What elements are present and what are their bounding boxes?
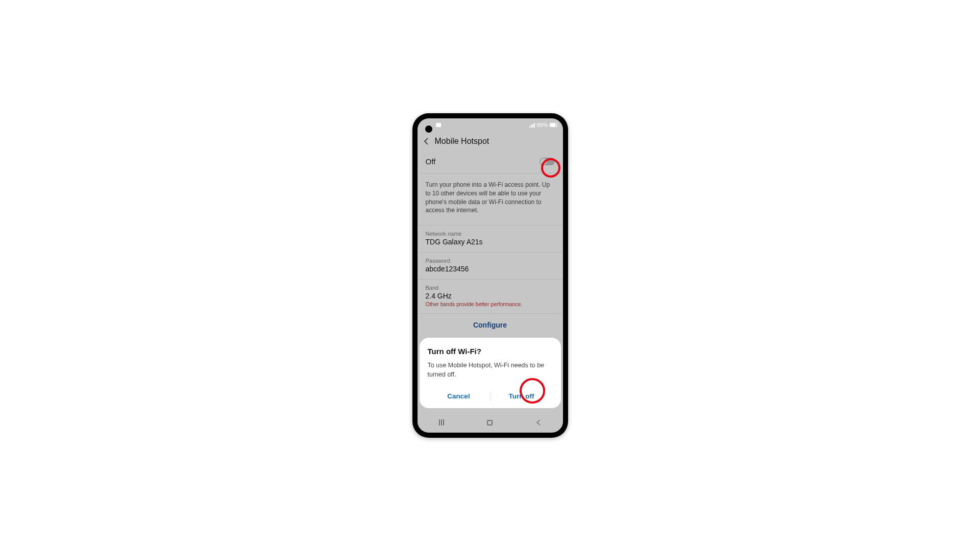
status-bar: 88% <box>418 118 563 132</box>
nav-recents-icon[interactable] <box>439 419 444 425</box>
band-warning: Other bands provide better performance. <box>426 301 555 307</box>
network-name-row[interactable]: Network name TDG Galaxy A21s <box>418 226 563 253</box>
band-value: 2.4 GHz <box>426 292 555 300</box>
network-name-value: TDG Galaxy A21s <box>426 238 555 246</box>
turn-off-wifi-dialog: Turn off Wi-Fi? To use Mobile Hotspot, W… <box>420 338 561 408</box>
password-label: Password <box>426 258 555 264</box>
phone-screen: 88% Mobile Hotspot Off Turn your phone i… <box>418 118 563 433</box>
dialog-title: Turn off Wi-Fi? <box>428 347 553 356</box>
back-icon[interactable] <box>424 138 429 145</box>
network-name-label: Network name <box>426 231 555 237</box>
toggle-switch[interactable] <box>540 158 555 165</box>
hotspot-description: Turn your phone into a Wi-Fi access poin… <box>418 173 563 226</box>
band-label: Band <box>426 285 555 291</box>
band-row[interactable]: Band 2.4 GHz Other bands provide better … <box>418 280 563 314</box>
turn-off-button[interactable]: Turn off <box>491 388 553 404</box>
password-row[interactable]: Password abcde123456 <box>418 253 563 280</box>
toggle-state-label: Off <box>426 157 436 166</box>
page-title: Mobile Hotspot <box>435 137 489 146</box>
phone-frame: 88% Mobile Hotspot Off Turn your phone i… <box>412 113 568 438</box>
nav-bar <box>418 412 563 433</box>
signal-icon <box>529 123 535 128</box>
cancel-button[interactable]: Cancel <box>428 388 490 404</box>
video-icon <box>436 123 441 127</box>
configure-button[interactable]: Configure <box>418 314 563 336</box>
hotspot-toggle-row[interactable]: Off <box>418 151 563 173</box>
dialog-body: To use Mobile Hotspot, Wi-Fi needs to be… <box>428 361 553 379</box>
nav-back-icon[interactable] <box>535 419 542 425</box>
password-value: abcde123456 <box>426 265 555 273</box>
nav-home-icon[interactable] <box>487 420 493 425</box>
battery-icon <box>550 123 557 127</box>
battery-percent: 88% <box>536 122 548 128</box>
dialog-buttons: Cancel Turn off <box>428 388 553 404</box>
camera-punch-hole <box>425 126 432 133</box>
page-header: Mobile Hotspot <box>418 132 563 151</box>
